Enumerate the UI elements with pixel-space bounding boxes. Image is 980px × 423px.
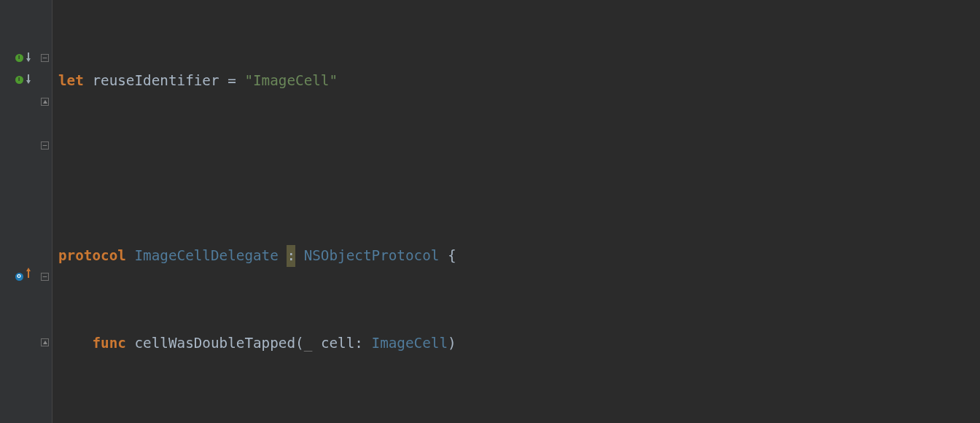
code-line: func cellWasDoubleTapped(_ cell: ImageCe… [52, 333, 980, 354]
fold-handle-close[interactable] [41, 338, 49, 346]
paren: ( [295, 335, 304, 352]
keyword-protocol: protocol [58, 247, 126, 264]
keyword-let: let [58, 72, 84, 89]
colon: : [287, 247, 295, 264]
code-line: let reuseIdentifier = "ImageCell" [52, 70, 980, 92]
implemented-icon[interactable] [12, 51, 26, 64]
code-line: } [52, 420, 980, 423]
fold-handle-open[interactable] [41, 141, 49, 150]
operator: = [228, 72, 236, 89]
implemented-icon[interactable] [12, 73, 26, 86]
override-icon[interactable] [12, 270, 26, 283]
type-name: ImageCell [372, 335, 448, 352]
colon: : [354, 335, 363, 352]
underscore: _ [304, 335, 313, 352]
code-line [52, 158, 980, 179]
type-name: NSObjectProtocol [304, 247, 440, 264]
fold-handle-open[interactable] [41, 54, 49, 62]
gutter [0, 0, 38, 423]
brace: { [448, 247, 456, 264]
identifier: reuseIdentifier [92, 72, 219, 89]
fold-handle-close[interactable] [41, 98, 49, 106]
param-name: cell [321, 335, 354, 352]
fold-column [38, 0, 52, 423]
func-name: cellWasDoubleTapped [134, 335, 295, 352]
code-area[interactable]: let reuseIdentifier = "ImageCell" protoc… [52, 0, 980, 423]
keyword-func: func [92, 335, 125, 352]
paren: ) [448, 335, 456, 352]
code-line: protocol ImageCellDelegate : NSObjectPro… [52, 245, 980, 267]
string-literal: "ImageCell" [244, 72, 338, 89]
code-editor: let reuseIdentifier = "ImageCell" protoc… [0, 0, 980, 423]
type-name: ImageCellDelegate [134, 247, 278, 264]
fold-handle-open[interactable] [41, 273, 49, 281]
